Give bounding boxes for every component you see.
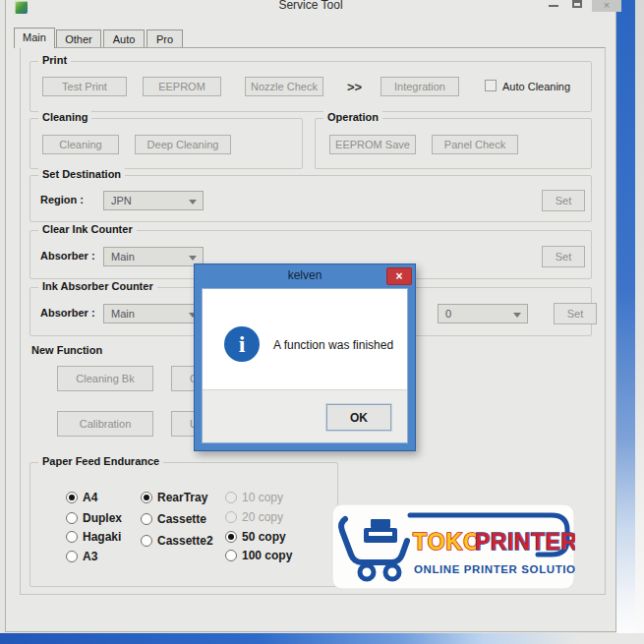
info-icon: i — [224, 326, 260, 362]
eeprom-button[interactable]: EEPROM — [143, 77, 221, 96]
desktop-background-strip — [616, 0, 635, 644]
desktop-edge — [635, 0, 644, 644]
chevron-down-icon — [189, 200, 197, 205]
tab-auto[interactable]: Auto — [103, 29, 145, 48]
arrow-label: >> — [347, 80, 362, 94]
radio-icon — [66, 512, 78, 524]
ink-absorber-set-button[interactable]: Set — [554, 303, 597, 324]
radio-20-copy: 20 copy — [225, 510, 283, 524]
radio-icon — [225, 531, 237, 543]
radio-icon — [66, 492, 78, 503]
ink-absorber-dropdown[interactable]: Main — [103, 304, 204, 323]
clear-ink-counter-title: Clear Ink Counter — [38, 223, 137, 235]
ink-absorber-value: Main — [111, 308, 135, 320]
maximize-icon[interactable] — [572, 0, 582, 8]
set-destination-title: Set Destination — [38, 168, 125, 180]
counter-value: 0 — [445, 308, 451, 320]
brand-text-printer: PRINTER — [475, 529, 575, 555]
print-group: Print Test Print EEPROM Nozzle Check >> … — [29, 61, 592, 112]
operation-group: Operation EEPROM Save Panel Check — [315, 118, 592, 169]
tab-main[interactable]: Main — [14, 28, 55, 48]
window-title: Service Tool — [6, 0, 615, 12]
cleaning-group: Cleaning Cleaning Deep Cleaning — [29, 118, 303, 169]
dialog-titlebar[interactable]: kelven × — [195, 264, 415, 288]
print-group-title: Print — [38, 54, 71, 66]
panel-check-button[interactable]: Panel Check — [432, 135, 518, 154]
ink-absorber-counter-title: Ink Absorber Counter — [38, 280, 157, 292]
chevron-down-icon — [513, 313, 521, 318]
region-dropdown[interactable]: JPN — [103, 191, 204, 210]
chevron-down-icon — [189, 256, 197, 261]
calibration-button[interactable]: Calibration — [57, 411, 153, 437]
radio-cassette2[interactable]: Cassette2 — [141, 534, 213, 548]
radio-50-copy[interactable]: 50 copy — [225, 530, 286, 544]
radio-reartray[interactable]: RearTray — [141, 491, 207, 504]
radio-icon — [66, 551, 78, 562]
dialog-footer: OK — [203, 389, 407, 442]
radio-100-copy[interactable]: 100 copy — [225, 549, 292, 562]
radio-hagaki[interactable]: Hagaki — [66, 530, 121, 544]
clear-ink-set-button[interactable]: Set — [542, 246, 585, 267]
close-icon[interactable]: × — [386, 267, 412, 285]
radio-icon — [66, 531, 78, 543]
ok-button[interactable]: OK — [326, 404, 391, 431]
radio-cassette[interactable]: Cassette — [141, 512, 206, 526]
deep-cleaning-button[interactable]: Deep Cleaning — [135, 135, 231, 154]
paper-feed-endurance-group: Paper Feed Endurance A4 Duplex Hagaki A3… — [29, 462, 338, 587]
cleaning-group-title: Cleaning — [38, 111, 91, 123]
radio-icon — [225, 511, 237, 523]
toko-printer-watermark: TOKO PRINTER ONLINE PRINTER SOLUTION — [331, 503, 575, 590]
region-value: JPN — [111, 195, 132, 206]
test-print-button[interactable]: Test Print — [42, 77, 127, 96]
counter-value-dropdown[interactable]: 0 — [438, 304, 528, 323]
tab-other[interactable]: Other — [56, 29, 101, 48]
radio-a3[interactable]: A3 — [66, 550, 97, 563]
dialog-inner: i A function was finished OK — [202, 288, 408, 443]
clear-ink-absorber-value: Main — [111, 251, 135, 263]
titlebar[interactable]: Service Tool × — [6, 0, 615, 16]
region-label: Region : — [40, 194, 84, 205]
nozzle-check-button[interactable]: Nozzle Check — [245, 77, 323, 96]
radio-icon — [141, 492, 152, 503]
radio-10-copy: 10 copy — [225, 491, 283, 504]
dialog-message: A function was finished — [273, 338, 393, 352]
radio-icon — [225, 492, 237, 503]
radio-a4[interactable]: A4 — [66, 491, 97, 504]
minimize-icon[interactable] — [549, 5, 558, 7]
new-function-title: New Function — [31, 344, 102, 356]
tagline-text: ONLINE PRINTER SOLUTION — [414, 563, 575, 575]
cleaning-bk-button[interactable]: Cleaning Bk — [57, 366, 153, 391]
eeprom-save-button[interactable]: EEPROM Save — [329, 135, 416, 154]
taskbar-strip — [0, 633, 644, 644]
integration-button[interactable]: Integration — [381, 77, 459, 96]
close-icon[interactable]: × — [592, 0, 621, 12]
dialog-title: kelven — [195, 268, 415, 282]
auto-cleaning-label: Auto Cleaning — [502, 81, 570, 92]
radio-icon — [141, 535, 152, 547]
tab-pro[interactable]: Pro — [146, 29, 183, 48]
absorber-label: Absorber : — [40, 307, 95, 319]
set-destination-set-button[interactable]: Set — [542, 190, 585, 211]
set-destination-group: Set Destination Region : JPN Set — [29, 175, 592, 222]
radio-icon — [225, 550, 237, 561]
message-dialog: kelven × i A function was finished OK — [194, 263, 416, 451]
brand-text-toko: TOKO — [413, 529, 482, 555]
radio-icon — [141, 513, 152, 525]
auto-cleaning-checkbox[interactable] — [485, 80, 497, 91]
cleaning-button[interactable]: Cleaning — [42, 135, 119, 154]
screen: Service Tool × Main Other Auto Pro Print… — [0, 0, 644, 644]
operation-group-title: Operation — [323, 111, 382, 123]
absorber-label: Absorber : — [40, 250, 95, 262]
radio-duplex[interactable]: Duplex — [66, 511, 122, 525]
dialog-body: i A function was finished — [203, 289, 407, 389]
clear-ink-absorber-dropdown[interactable]: Main — [103, 247, 204, 266]
paper-feed-endurance-title: Paper Feed Endurance — [38, 455, 163, 467]
